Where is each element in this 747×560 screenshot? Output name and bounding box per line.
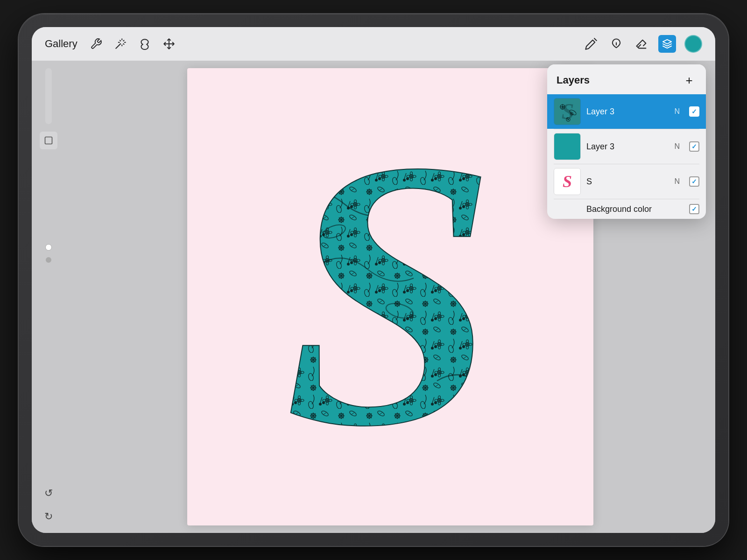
svg-line-0 bbox=[594, 38, 597, 41]
add-layer-button[interactable]: + bbox=[682, 73, 697, 88]
canvas-area: S bbox=[65, 61, 715, 533]
layer-1-thumbnail: S bbox=[554, 98, 580, 125]
layer-3-name: S bbox=[586, 177, 669, 187]
sidebar-dot-2 bbox=[46, 257, 51, 263]
layers-title: Layers bbox=[557, 74, 590, 86]
background-layer[interactable]: Background color bbox=[547, 199, 706, 219]
layers-button[interactable] bbox=[658, 35, 676, 53]
svg-text:S: S bbox=[284, 101, 497, 493]
layer-item-1[interactable]: S Layer 3 N bbox=[547, 94, 706, 129]
wrench-tool[interactable] bbox=[89, 36, 104, 51]
background-layer-name: Background color bbox=[554, 204, 684, 214]
gallery-button[interactable]: Gallery bbox=[45, 38, 78, 50]
smudge-tool[interactable] bbox=[608, 35, 625, 52]
svg-rect-29 bbox=[554, 98, 581, 125]
right-tools bbox=[583, 35, 702, 53]
s-artwork: S bbox=[250, 101, 530, 493]
svg-point-36 bbox=[568, 119, 569, 120]
brush-size-slider[interactable] bbox=[45, 68, 52, 124]
layer-2-visibility[interactable] bbox=[689, 141, 699, 152]
svg-rect-2 bbox=[45, 137, 52, 144]
layer-2-name: Layer 3 bbox=[586, 142, 669, 152]
square-button[interactable] bbox=[40, 132, 57, 149]
layer-1-mode: N bbox=[674, 107, 680, 116]
svg-point-34 bbox=[569, 109, 577, 116]
layer-1-name: Layer 3 bbox=[586, 107, 669, 117]
layer-2-thumbnail bbox=[554, 133, 580, 160]
layer-3-visibility[interactable] bbox=[689, 176, 699, 187]
pencil-tool[interactable] bbox=[583, 35, 599, 52]
brush-opacity-indicator bbox=[45, 244, 52, 251]
tablet-screen: Gallery bbox=[32, 27, 715, 533]
svg-marker-1 bbox=[663, 40, 671, 44]
main-content: ↺ ↻ S bbox=[32, 61, 715, 533]
drawing-canvas[interactable]: S bbox=[187, 68, 593, 525]
layer-2-mode: N bbox=[674, 142, 680, 151]
magic-wand-tool[interactable] bbox=[113, 36, 128, 51]
layer-3-mode: N bbox=[674, 177, 680, 186]
color-picker[interactable] bbox=[684, 35, 702, 53]
svg-text:S: S bbox=[562, 99, 574, 124]
layers-panel: Layers + S bbox=[547, 64, 706, 219]
layer-2-thumb bbox=[554, 133, 581, 160]
background-visibility[interactable] bbox=[689, 204, 699, 214]
layer-3-thumbnail: S bbox=[554, 168, 580, 195]
left-sidebar: ↺ ↻ bbox=[32, 61, 65, 533]
undo-button[interactable]: ↺ bbox=[40, 484, 57, 502]
top-bar: Gallery bbox=[32, 27, 715, 61]
redo-button[interactable]: ↻ bbox=[40, 508, 57, 525]
layers-header: Layers + bbox=[547, 64, 706, 94]
svg-point-31 bbox=[560, 105, 565, 109]
transform-tool[interactable] bbox=[162, 36, 176, 51]
layer-item-2[interactable]: Layer 3 N bbox=[547, 129, 706, 164]
layer-3-thumb: S bbox=[554, 168, 581, 195]
layer-1-visibility[interactable] bbox=[689, 106, 699, 117]
layer-item-3[interactable]: S S N bbox=[547, 164, 706, 199]
eraser-tool[interactable] bbox=[633, 35, 650, 52]
selection-tool[interactable] bbox=[137, 36, 152, 51]
left-tools bbox=[89, 36, 176, 51]
svg-point-35 bbox=[566, 118, 570, 121]
tablet-shell: Gallery bbox=[19, 14, 728, 546]
layer-1-thumb: S bbox=[554, 98, 581, 125]
